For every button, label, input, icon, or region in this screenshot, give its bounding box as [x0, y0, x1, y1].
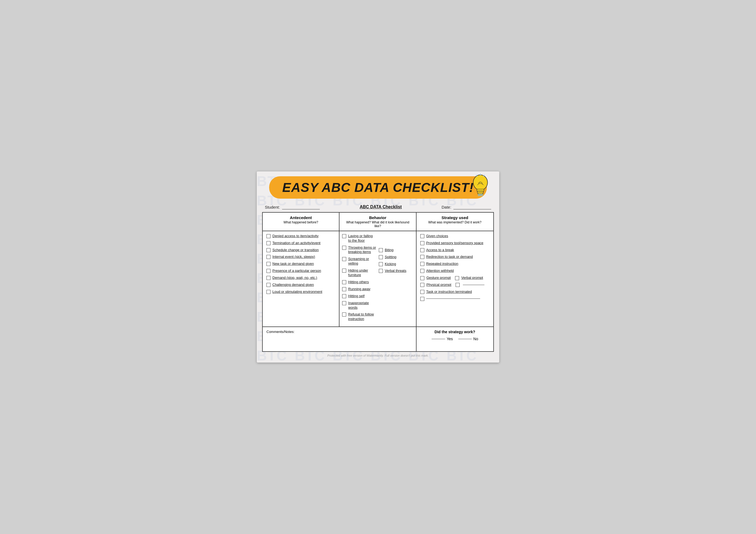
date-label: Date:	[442, 205, 451, 209]
list-item: Repeated instruction	[420, 262, 490, 266]
header-area: EASY ABC DATA CHECKLIST!	[257, 171, 499, 201]
list-item: Internal event (sick, sleepy)	[266, 255, 335, 259]
checkbox-laying[interactable]	[342, 234, 346, 238]
checkbox-verbal-threats[interactable]	[379, 269, 383, 273]
behavior-right-1: Biting	[385, 248, 393, 252]
checkbox-challenging[interactable]	[266, 283, 271, 287]
list-item: Verbal threats	[379, 268, 413, 273]
page-wrapper: BTCBTCBTCBTCBTCBTC BTCBTCBTCBTCBTCBTC BT…	[257, 171, 499, 363]
checkbox-attention[interactable]	[420, 269, 424, 273]
svg-point-0	[473, 175, 487, 190]
svg-rect-1	[477, 189, 484, 191]
blank-extra-line	[426, 298, 480, 299]
strategy-item-2: Provided sensory tool/sensory space	[426, 241, 483, 245]
antecedent-header: Antecedent What happened before?	[263, 213, 339, 231]
no-line	[458, 339, 472, 339]
behavior-item-7: Hitting self	[348, 294, 364, 298]
checkbox-inappropriate[interactable]	[342, 301, 346, 305]
table-body: Denied access to item/activity Terminati…	[263, 231, 493, 327]
list-item: Attention withheld	[420, 268, 490, 273]
checkbox-physical[interactable]	[420, 283, 424, 287]
checkbox-task-terminated[interactable]	[420, 290, 424, 294]
checkbox-break[interactable]	[420, 248, 424, 252]
checkbox-refusal[interactable]	[342, 313, 346, 317]
strategy-item-5: Repeated instruction	[426, 262, 458, 266]
list-item: Laying or falling to the floor	[342, 234, 376, 243]
strategy-work-col: Did the strategy work? Yes No	[417, 327, 493, 351]
checkbox-termination[interactable]	[266, 241, 271, 245]
behavior-item-5: Hitting others	[348, 280, 369, 285]
antecedent-item-1: Denied access to item/activity	[272, 234, 318, 239]
antecedent-col: Denied access to item/activity Terminati…	[263, 231, 339, 326]
checkbox-hitting-others[interactable]	[342, 280, 346, 284]
abc-title: ABC DATA Checklist	[360, 205, 402, 209]
behavior-header: Behavior What happened? What did it look…	[339, 213, 416, 231]
strategy-item-9: Physical prompt	[426, 283, 451, 287]
center-title: ABC DATA Checklist	[360, 205, 402, 209]
checkbox-biting[interactable]	[379, 248, 383, 252]
checkbox-sensory[interactable]	[420, 241, 424, 245]
antecedent-item-8: Challenging demand given	[272, 283, 314, 287]
behavior-right-4: Verbal threats	[385, 268, 406, 273]
strategy-col: Given choices Provided sensory tool/sens…	[417, 231, 493, 326]
list-item: Kicking	[379, 262, 413, 267]
checkbox-kicking[interactable]	[379, 262, 383, 266]
strategy-item-1: Given choices	[426, 234, 448, 239]
checkbox-gesture[interactable]	[420, 276, 424, 280]
checkbox-physical-extra[interactable]	[456, 283, 460, 287]
comments-label: Comments/Notes:	[266, 330, 294, 334]
checkbox-screaming[interactable]	[342, 257, 346, 261]
list-item: Loud or stimulating environment	[266, 290, 335, 294]
checkbox-newtask[interactable]	[266, 262, 271, 266]
checkbox-throwing[interactable]	[342, 246, 346, 250]
list-item: Hitting others	[342, 280, 376, 285]
checkbox-demand[interactable]	[266, 276, 271, 280]
behavior-right-2: Spitting	[385, 255, 396, 260]
antecedent-subtitle: What happened before?	[266, 220, 336, 224]
list-item: Challenging demand given	[266, 283, 335, 287]
checkbox-internal[interactable]	[266, 255, 271, 259]
checkbox-verbal-prompt[interactable]	[455, 276, 459, 280]
checkbox-given-choices[interactable]	[420, 234, 424, 238]
checkbox-loud[interactable]	[266, 290, 271, 294]
comments-row: Comments/Notes: Did the strategy work? Y…	[263, 327, 493, 351]
list-item: Refusal to follow instruction	[342, 312, 376, 321]
list-item: Redirection to task or demand	[420, 255, 490, 259]
checkbox-hitting-self[interactable]	[342, 294, 346, 298]
list-item: Hiding under furniture	[342, 268, 376, 277]
table-header: Antecedent What happened before? Behavio…	[263, 213, 493, 231]
physical-extra-line	[463, 285, 484, 285]
strategy-item-10: Task or instruction terminated	[426, 290, 472, 294]
list-item: Running away	[342, 287, 376, 292]
checkbox-repeated[interactable]	[420, 262, 424, 266]
list-item: Screaming or yelling	[342, 257, 376, 266]
checkbox-schedule[interactable]	[266, 248, 271, 252]
strategy-header: Strategy used What was implemented? Did …	[417, 213, 493, 231]
checkbox-spitting[interactable]	[379, 255, 383, 259]
behavior-col: Laying or falling to the floor Throwing …	[339, 231, 416, 326]
behavior-title: Behavior	[343, 215, 413, 220]
checkbox-denied[interactable]	[266, 234, 271, 238]
checkbox-blank[interactable]	[420, 297, 424, 301]
strategy-item-4: Redirection to task or demand	[426, 255, 473, 259]
meta-row: Student: ABC DATA Checklist Date:	[257, 201, 499, 212]
main-title: EASY ABC DATA CHECKLIST!	[282, 180, 473, 194]
yes-no-row: Yes No	[420, 337, 490, 341]
strategy-item-7: Gesture prompt	[426, 276, 451, 280]
checkbox-hiding[interactable]	[342, 268, 346, 273]
behavior-item-8: Inappropriate words	[348, 301, 376, 310]
checkbox-running[interactable]	[342, 287, 346, 291]
list-item: Biting	[379, 248, 413, 252]
yes-line	[432, 339, 445, 339]
checkbox-redirection[interactable]	[420, 255, 424, 259]
antecedent-item-7: Demand (stop, wait, no, etc.)	[272, 276, 317, 280]
behavior-item-2: Throwing items or breaking items	[348, 245, 376, 255]
no-label: No	[473, 337, 478, 341]
behavior-item-3: Screaming or yelling	[348, 257, 376, 266]
list-item: New task or demand given	[266, 262, 335, 266]
physical-prompt-row: Physical prompt	[420, 283, 490, 287]
behavior-item-9: Refusal to follow instruction	[348, 312, 376, 321]
no-item: No	[458, 337, 478, 341]
list-item: Task or instruction terminated	[420, 290, 490, 294]
checkbox-presence[interactable]	[266, 269, 271, 273]
